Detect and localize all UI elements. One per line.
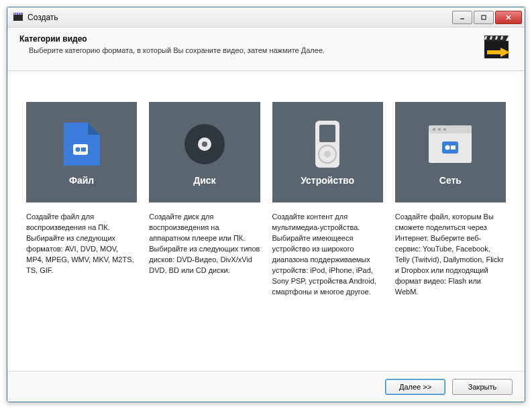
svg-point-34 bbox=[443, 128, 446, 131]
category-disc-desc: Создайте диск для воспроизведения на апп… bbox=[149, 212, 260, 276]
app-icon bbox=[13, 12, 23, 23]
header: Категории видео Выберите категорию форма… bbox=[7, 27, 525, 71]
file-icon bbox=[61, 119, 103, 170]
window-title: Создать bbox=[28, 13, 452, 22]
svg-rect-2 bbox=[14, 13, 15, 15]
maximize-button[interactable] bbox=[474, 11, 494, 24]
header-text: Категории видео Выберите категорию форма… bbox=[19, 34, 483, 54]
category-network-desc: Создайте файл, которым Вы сможете подели… bbox=[395, 212, 506, 298]
minimize-button[interactable] bbox=[452, 11, 472, 24]
svg-rect-35 bbox=[442, 141, 458, 154]
titlebar: Создать bbox=[7, 7, 525, 27]
svg-point-25 bbox=[202, 141, 207, 147]
svg-point-36 bbox=[445, 145, 450, 150]
device-icon bbox=[311, 119, 343, 170]
tile-disc[interactable]: Диск bbox=[149, 102, 260, 202]
disc-icon bbox=[182, 119, 227, 170]
svg-rect-3 bbox=[16, 13, 17, 15]
category-network: Сеть Создайте файл, которым Вы сможете п… bbox=[395, 102, 506, 298]
svg-rect-37 bbox=[451, 145, 456, 150]
window-controls bbox=[452, 11, 522, 24]
tile-device-label: Устройство bbox=[301, 175, 354, 186]
header-subtitle: Выберите категорию формата, в который Вы… bbox=[29, 46, 483, 54]
svg-point-33 bbox=[438, 128, 441, 131]
svg-rect-0 bbox=[13, 14, 23, 21]
category-file-desc: Создайте файл для воспроизведения на ПК.… bbox=[26, 212, 137, 276]
category-device: Устройство Создайте контент для мультиме… bbox=[272, 102, 383, 298]
close-button[interactable] bbox=[495, 11, 522, 24]
svg-rect-5 bbox=[20, 13, 21, 15]
tile-network[interactable]: Сеть bbox=[395, 102, 506, 202]
svg-rect-7 bbox=[482, 15, 486, 19]
tile-network-label: Сеть bbox=[439, 175, 462, 186]
category-file: Файл Создайте файл для воспроизведения н… bbox=[26, 102, 137, 276]
tile-file[interactable]: Файл bbox=[26, 102, 137, 202]
close-dialog-button[interactable]: Закрыть bbox=[452, 379, 513, 395]
footer: Далее >> Закрыть bbox=[7, 371, 525, 402]
network-icon bbox=[426, 119, 474, 170]
svg-rect-10 bbox=[484, 41, 509, 58]
svg-point-29 bbox=[324, 151, 331, 158]
dialog-window: Создать Категории видео Выберите категор… bbox=[7, 7, 525, 402]
tile-device[interactable]: Устройство bbox=[272, 102, 383, 202]
categories-grid: Файл Создайте файл для воспроизведения н… bbox=[7, 71, 525, 371]
header-title: Категории видео bbox=[19, 34, 483, 44]
svg-rect-22 bbox=[81, 148, 86, 152]
category-disc: Диск Создайте диск для воспроизведения н… bbox=[149, 102, 260, 276]
svg-rect-16 bbox=[487, 50, 500, 54]
category-device-desc: Создайте контент для мультимедиа-устройс… bbox=[272, 212, 383, 298]
svg-point-32 bbox=[433, 128, 435, 131]
clapperboard-arrow-icon bbox=[483, 34, 513, 61]
next-button[interactable]: Далее >> bbox=[385, 379, 445, 395]
svg-rect-27 bbox=[319, 125, 335, 142]
tile-file-label: Файл bbox=[69, 175, 94, 186]
svg-marker-19 bbox=[88, 123, 100, 135]
svg-point-21 bbox=[75, 148, 80, 152]
svg-rect-4 bbox=[18, 13, 19, 15]
tile-disc-label: Диск bbox=[193, 175, 215, 186]
